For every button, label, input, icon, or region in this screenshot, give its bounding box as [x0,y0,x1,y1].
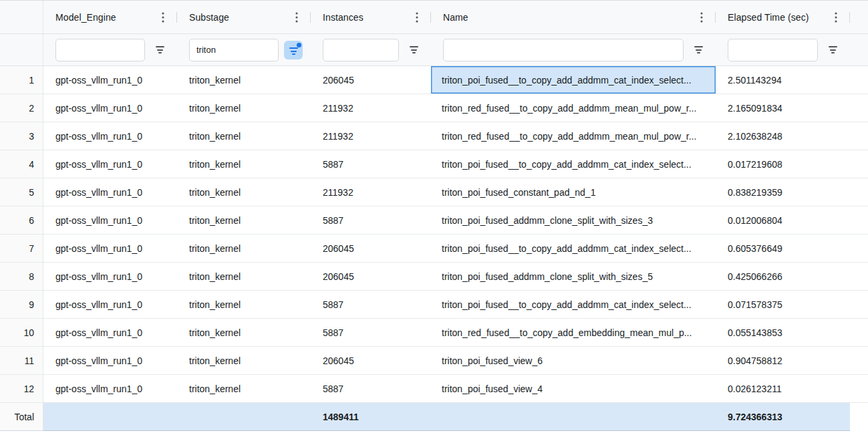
cell-elapsed-time[interactable]: 0.071578375 [716,291,850,318]
column-header-elapsed-time[interactable]: Elapsed Time (sec) [716,1,850,33]
table-row: 4 gpt-oss_vllm_run1_0 triton_kernel 5887… [0,150,868,178]
cell-model-engine[interactable]: gpt-oss_vllm_run1_0 [43,291,177,318]
cell-instances[interactable]: 5887 [311,206,431,234]
total-row: Total 1489411 9.724366313 [0,403,868,431]
cell-name[interactable]: triton_red_fused__to_copy_add_embedding_… [431,319,716,346]
cell-instances[interactable]: 5887 [311,291,431,318]
filter-row [0,34,868,66]
cell-model-engine[interactable]: gpt-oss_vllm_run1_0 [43,347,177,374]
filter-icon[interactable] [689,41,708,59]
cell-instances[interactable]: 206045 [311,263,431,290]
column-menu-icon[interactable] [412,11,422,24]
cell-model-engine[interactable]: gpt-oss_vllm_run1_0 [43,319,177,346]
model-engine-filter-input[interactable] [55,39,145,61]
row-number: 1 [0,66,43,94]
column-label-name: Name [443,12,468,23]
cell-model-engine[interactable]: gpt-oss_vllm_run1_0 [43,122,177,150]
cell-substage[interactable]: triton_kernel [177,206,311,234]
cell-name[interactable]: triton_poi_fused__to_copy_add_addmm_cat_… [431,235,716,262]
cell-elapsed-time[interactable]: 0.838219359 [716,178,850,206]
cell-instances[interactable]: 5887 [311,375,431,402]
total-elapsed-time: 9.724366313 [716,403,850,430]
column-label-substage: Substage [189,12,229,23]
table-row: 7 gpt-oss_vllm_run1_0 triton_kernel 2060… [0,235,868,263]
cell-model-engine[interactable]: gpt-oss_vllm_run1_0 [43,235,177,262]
cell-substage[interactable]: triton_kernel [177,94,311,122]
row-number: 10 [0,319,43,346]
filter-icon[interactable] [823,41,842,59]
cell-instances[interactable]: 5887 [311,150,431,178]
row-number: 9 [0,291,43,318]
column-menu-icon[interactable] [292,11,301,24]
total-instances: 1489411 [311,403,431,430]
column-header-name[interactable]: Name [431,1,716,33]
cell-name[interactable]: triton_red_fused__to_copy_add_addmm_mean… [431,94,716,122]
cell-elapsed-time[interactable]: 0.017219608 [716,150,850,178]
column-menu-icon[interactable] [697,11,706,24]
cell-model-engine[interactable]: gpt-oss_vllm_run1_0 [43,66,177,94]
cell-instances[interactable]: 211932 [311,94,431,122]
cell-name[interactable]: triton_poi_fused_view_6 [431,347,716,374]
filter-active-icon[interactable] [284,41,303,59]
column-header-instances[interactable]: Instances [311,1,431,33]
cell-instances[interactable]: 206045 [311,235,431,262]
name-filter-input[interactable] [443,39,684,61]
cell-substage[interactable]: triton_kernel [177,347,311,374]
cell-substage[interactable]: triton_kernel [177,150,311,178]
cell-elapsed-time[interactable]: 0.425066266 [716,263,850,290]
filter-icon[interactable] [150,41,169,59]
filter-cell-elapsed-time [716,34,850,65]
column-menu-icon[interactable] [158,11,168,24]
cell-instances[interactable]: 5887 [311,319,431,346]
filter-row-filler [850,34,868,65]
cell-substage[interactable]: triton_kernel [177,263,311,290]
cell-substage[interactable]: triton_kernel [177,235,311,262]
column-header-substage[interactable]: Substage [177,1,311,33]
cell-model-engine[interactable]: gpt-oss_vllm_run1_0 [43,178,177,206]
cell-elapsed-time[interactable]: 0.605376649 [716,235,850,262]
filter-cell-substage [177,34,311,65]
cell-substage[interactable]: triton_kernel [177,66,311,94]
cell-model-engine[interactable]: gpt-oss_vllm_run1_0 [43,150,177,178]
cell-model-engine[interactable]: gpt-oss_vllm_run1_0 [43,94,177,122]
column-header-model-engine[interactable]: Model_Engine [43,1,177,33]
selected-cell-name[interactable]: triton_poi_fused__to_copy_add_addmm_cat_… [431,66,716,94]
cell-substage[interactable]: triton_kernel [177,375,311,402]
table-row: 1 gpt-oss_vllm_run1_0 triton_kernel 2060… [0,66,868,94]
cell-name[interactable]: triton_poi_fused__to_copy_add_addmm_cat_… [431,291,716,318]
cell-instances[interactable]: 211932 [311,178,431,206]
cell-model-engine[interactable]: gpt-oss_vllm_run1_0 [43,263,177,290]
cell-elapsed-time[interactable]: 0.012006804 [716,206,850,234]
cell-elapsed-time[interactable]: 0.904758812 [716,347,850,374]
column-menu-icon[interactable] [831,11,841,24]
cell-name[interactable]: triton_red_fused__to_copy_add_addmm_mean… [431,122,716,150]
cell-model-engine[interactable]: gpt-oss_vllm_run1_0 [43,206,177,234]
filter-icon[interactable] [404,41,423,59]
cell-substage[interactable]: triton_kernel [177,178,311,206]
total-row-label: Total [0,403,43,431]
cell-elapsed-time[interactable]: 2.102638248 [716,122,850,150]
cell-name[interactable]: triton_poi_fused__to_copy_add_addmm_cat_… [431,150,716,178]
cell-instances[interactable]: 211932 [311,122,431,150]
cell-elapsed-time[interactable]: 2.501143294 [716,66,850,94]
row-number-filter-corner [0,34,43,65]
cell-name[interactable]: triton_poi_fused_addmm_clone_split_with_… [431,206,716,234]
substage-filter-input[interactable] [189,39,279,61]
cell-substage[interactable]: triton_kernel [177,319,311,346]
cell-elapsed-time[interactable]: 0.026123211 [716,375,850,402]
cell-name[interactable]: triton_poi_fused_view_4 [431,375,716,402]
cell-instances[interactable]: 206045 [311,66,431,94]
cell-substage[interactable]: triton_kernel [177,291,311,318]
cell-name[interactable]: triton_poi_fused_constant_pad_nd_1 [431,178,716,206]
cell-model-engine[interactable]: gpt-oss_vllm_run1_0 [43,375,177,402]
row-number: 8 [0,263,43,290]
cell-name[interactable]: triton_poi_fused_addmm_clone_split_with_… [431,263,716,290]
elapsed-time-filter-input[interactable] [728,39,818,61]
instances-filter-input[interactable] [323,39,399,61]
cell-elapsed-time[interactable]: 0.055143853 [716,319,850,346]
cell-instances[interactable]: 206045 [311,347,431,374]
cell-substage[interactable]: triton_kernel [177,122,311,150]
row-number: 7 [0,235,43,262]
cell-elapsed-time[interactable]: 2.165091834 [716,94,850,122]
row-number: 12 [0,375,43,402]
